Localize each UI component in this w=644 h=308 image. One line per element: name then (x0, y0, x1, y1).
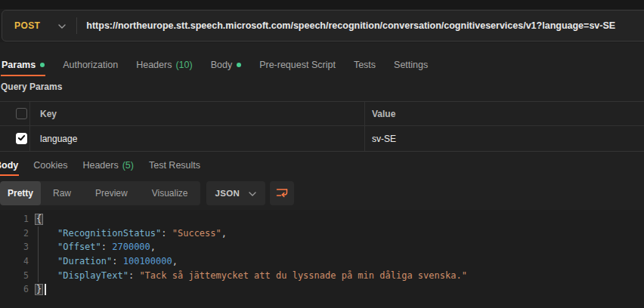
code-line-1: 1 { (0, 212, 644, 226)
tab-body[interactable]: Body (210, 54, 243, 76)
json-string-value: "Success" (172, 228, 221, 239)
wrap-text-button[interactable] (270, 181, 294, 205)
code-line-5: 5 "DisplayText": "Tack så jättemycket at… (0, 268, 644, 282)
wrap-text-icon (276, 187, 288, 200)
view-mode-group: Pretty Raw Preview Visualize (0, 181, 200, 205)
json-string-value: "Tack så jättemycket att du lyssnade på … (139, 270, 466, 281)
tab-authorization-label: Authorization (63, 60, 118, 70)
tab-headers-label: Headers (136, 60, 172, 70)
request-url-row: POST https://northeurope.stt.speech.micr… (0, 9, 644, 42)
code-line-3: 3 "Offset": 2700000, (0, 240, 644, 254)
line-number: 5 (0, 270, 29, 281)
format-select[interactable]: JSON (206, 181, 266, 205)
tab-pre-request-script[interactable]: Pre-request Script (259, 54, 336, 76)
response-toolbar: Pretty Raw Preview Visualize JSON (0, 181, 644, 205)
checkmark-icon (17, 134, 26, 144)
json-number-value: 2700000 (112, 242, 150, 252)
view-mode-preview[interactable]: Preview (83, 181, 140, 205)
select-all-checkbox[interactable] (16, 108, 27, 119)
param-checkbox[interactable] (16, 133, 27, 144)
code-line-2: 2 "RecognitionStatus": "Success", (0, 226, 644, 241)
json-punctuation: : (101, 242, 112, 252)
method-select[interactable]: POST (2, 11, 76, 41)
json-key: "Offset" (57, 242, 101, 252)
open-brace: { (35, 214, 43, 225)
param-key-field[interactable]: language (30, 126, 365, 151)
tab-params[interactable]: Params (1, 54, 45, 76)
json-punctuation: , (172, 256, 178, 266)
param-value-field[interactable]: sv-SE (365, 126, 644, 151)
json-punctuation: : (112, 256, 122, 266)
response-tab-headers-label: Headers (82, 160, 118, 171)
response-tab-body-label: Body (0, 160, 18, 171)
modified-dot-icon (40, 63, 45, 67)
line-number: 2 (0, 228, 29, 239)
query-params-table: Key Value language sv-SE (0, 101, 644, 152)
chevron-down-icon (58, 20, 66, 31)
response-tab-test-results-label: Test Results (149, 160, 200, 171)
view-mode-raw[interactable]: Raw (41, 181, 83, 205)
tab-tests-label: Tests (354, 60, 376, 70)
view-mode-visualize[interactable]: Visualize (140, 181, 200, 205)
method-label: POST (14, 20, 40, 31)
tab-pre-request-script-label: Pre-request Script (259, 60, 336, 70)
param-row: language sv-SE (0, 126, 644, 151)
request-tabs: Params Authorization Headers (10) Body P… (1, 54, 644, 76)
response-editor[interactable]: 1 { 2 "RecognitionStatus": "Success", 3 … (0, 210, 644, 308)
api-client-window: POST https://northeurope.stt.speech.micr… (0, 0, 644, 308)
value-column-header: Value (365, 102, 644, 125)
line-number: 3 (0, 242, 29, 252)
json-punctuation: , (221, 228, 227, 239)
tab-headers[interactable]: Headers (10) (135, 54, 193, 76)
response-tab-cookies-label: Cookies (33, 160, 67, 171)
tab-params-label: Params (2, 60, 36, 70)
line-number: 1 (0, 214, 29, 224)
param-checkbox-cell (0, 126, 30, 151)
json-punctuation: , (150, 242, 156, 252)
line-number: 4 (0, 256, 29, 266)
headers-count-badge: (10) (175, 60, 192, 70)
response-tab-test-results[interactable]: Test Results (148, 156, 201, 176)
response-tabs: Body Cookies Headers (5) Test Results (0, 156, 644, 176)
url-input[interactable]: https://northeurope.stt.speech.microsoft… (77, 20, 644, 31)
json-punctuation: : (128, 270, 139, 281)
tab-settings[interactable]: Settings (393, 54, 429, 76)
json-key: "RecognitionStatus" (57, 228, 161, 239)
response-tab-body[interactable]: Body (0, 156, 19, 176)
table-header-row: Key Value (0, 102, 644, 126)
tab-tests[interactable]: Tests (353, 54, 376, 76)
response-tab-headers[interactable]: Headers (5) (82, 156, 135, 176)
json-punctuation: : (161, 228, 172, 239)
modified-dot-icon (237, 63, 241, 67)
tab-settings-label: Settings (394, 60, 428, 70)
select-all-cell (0, 102, 30, 125)
json-key: "Duration" (57, 256, 112, 266)
chevron-down-icon (249, 188, 256, 199)
code-line-6: 6 } (0, 282, 644, 297)
format-select-label: JSON (215, 189, 240, 198)
url-bar: POST https://northeurope.stt.speech.micr… (2, 10, 644, 42)
close-brace: } (35, 284, 43, 295)
response-tab-cookies[interactable]: Cookies (33, 156, 68, 176)
tab-authorization[interactable]: Authorization (62, 54, 119, 76)
json-number-value: 100100000 (123, 256, 172, 266)
view-mode-pretty[interactable]: Pretty (0, 181, 41, 205)
code-line-4: 4 "Duration": 100100000, (0, 254, 644, 269)
line-number: 6 (0, 284, 29, 294)
query-params-label: Query Params (1, 82, 62, 92)
key-column-header: Key (30, 102, 365, 125)
text-cursor (45, 284, 46, 295)
tab-body-label: Body (211, 60, 233, 70)
response-headers-count-badge: (5) (122, 160, 134, 171)
top-strip (0, 0, 644, 9)
json-key: "DisplayText" (57, 270, 128, 281)
